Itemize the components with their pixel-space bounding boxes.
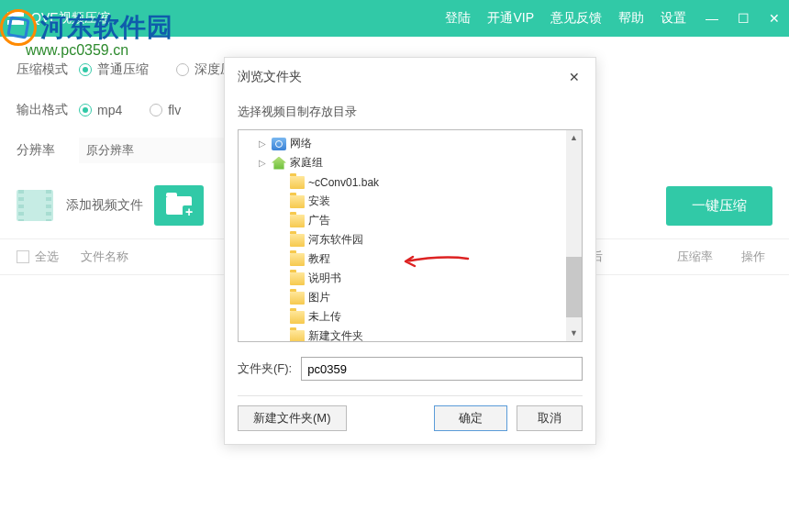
- folder-tree: ▷网络 ▷家庭组 ~cConv01.bak 安装 广告 河东软件园 教程 说明书…: [238, 129, 583, 342]
- scroll-thumb[interactable]: [566, 257, 582, 317]
- tree-item-cconv[interactable]: ~cConv01.bak: [239, 172, 582, 192]
- tree-item-install[interactable]: 安装: [239, 192, 582, 211]
- folder-name-input[interactable]: [301, 357, 583, 381]
- tree-item-network[interactable]: ▷网络: [239, 134, 582, 153]
- dialog-close-icon[interactable]: ✕: [566, 69, 583, 85]
- browse-folder-dialog: 浏览文件夹 ✕ 选择视频目制存放目录 ▷网络 ▷家庭组 ~cConv01.bak…: [224, 57, 596, 445]
- folder-icon: [290, 253, 305, 266]
- folder-icon: [290, 195, 305, 208]
- tree-item-tutorial[interactable]: 教程: [239, 249, 582, 269]
- folder-icon: [290, 292, 305, 305]
- dialog-subtitle: 选择视频目制存放目录: [225, 96, 595, 129]
- tree-scrollbar[interactable]: ▲ ▼: [566, 130, 582, 341]
- tree-item-manual[interactable]: 说明书: [239, 269, 582, 288]
- folder-icon: [290, 215, 305, 227]
- folder-icon: [290, 311, 305, 324]
- folder-icon: [290, 272, 305, 285]
- dialog-title: 浏览文件夹: [238, 69, 302, 85]
- tree-item-newfolder[interactable]: 新建文件夹: [239, 327, 582, 342]
- tree-item-ad[interactable]: 广告: [239, 211, 582, 230]
- home-icon: [272, 157, 286, 170]
- cancel-button[interactable]: 取消: [517, 405, 583, 431]
- modal-backdrop: 浏览文件夹 ✕ 选择视频目制存放目录 ▷网络 ▷家庭组 ~cConv01.bak…: [0, 0, 789, 532]
- ok-button[interactable]: 确定: [434, 405, 507, 431]
- folder-icon: [290, 330, 305, 343]
- tree-item-not-uploaded[interactable]: 未上传: [239, 307, 582, 327]
- folder-icon: [290, 176, 305, 189]
- tree-item-homegroup[interactable]: ▷家庭组: [239, 153, 582, 172]
- new-folder-button[interactable]: 新建文件夹(M): [238, 405, 347, 431]
- network-icon: [272, 138, 286, 150]
- scroll-up-icon[interactable]: ▲: [566, 130, 582, 146]
- folder-icon: [290, 234, 305, 247]
- tree-item-pictures[interactable]: 图片: [239, 288, 582, 307]
- folder-field-label: 文件夹(F):: [238, 360, 292, 377]
- tree-item-hedong[interactable]: 河东软件园: [239, 230, 582, 249]
- scroll-down-icon[interactable]: ▼: [566, 326, 582, 341]
